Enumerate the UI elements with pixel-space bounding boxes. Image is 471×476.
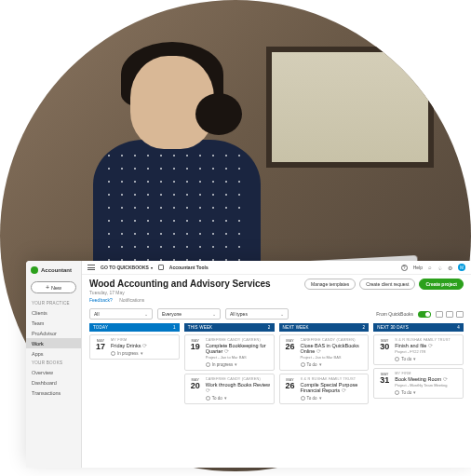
help-label[interactable]: Help — [413, 265, 423, 270]
status-icon — [301, 396, 305, 401]
project-card[interactable]: MAY31MY FIRMBook Meeting Room ⟳Project -… — [373, 368, 464, 399]
chevron-down-icon: ▾ — [151, 265, 153, 270]
search-icon[interactable]: ⌕ — [428, 265, 432, 270]
card-date: MAY17 — [93, 338, 108, 356]
card-date: MAY26 — [283, 338, 298, 367]
card-title: Complete Bookkeeping for Quarter ⟳ — [206, 343, 271, 354]
card-status[interactable]: To do ▾ — [206, 395, 271, 401]
gear-icon[interactable]: ⚙ — [448, 265, 452, 271]
card-meta: Project - Jan to Mar BAS — [206, 355, 271, 360]
card-title: Book Meeting Room ⟳ — [395, 376, 460, 382]
board-column: TODAY1MAY17MY FIRMFriday Drinks ⟳In prog… — [89, 323, 180, 404]
card-date: MAY20 — [188, 377, 203, 401]
status-icon — [206, 396, 210, 401]
toggle-label: From QuickBooks — [376, 311, 413, 317]
create-project-button[interactable]: Create project — [419, 279, 464, 290]
card-title: Compile Special Purpose Financial Report… — [301, 382, 366, 393]
help-icon[interactable]: ? — [401, 265, 408, 271]
card-date: MAY31 — [377, 372, 392, 395]
create-client-request-button[interactable]: Create client request — [359, 279, 415, 290]
sidebar-item-apps[interactable]: Apps — [26, 348, 81, 359]
from-quickbooks-toggle[interactable] — [418, 311, 431, 318]
sidebar-item-work[interactable]: Work — [26, 338, 81, 348]
quickbooks-icon — [31, 266, 38, 274]
card-client: CAREFREE CANDY (CARREN) — [206, 377, 271, 381]
app-window: Accountant + New YOUR PRACTICE Clients T… — [26, 261, 471, 468]
filter-type[interactable]: All types⌄ — [225, 308, 289, 320]
column-header: NEXT 30 DAYS4 — [373, 323, 464, 332]
notifications-icon[interactable]: ♤ — [437, 265, 442, 271]
sub-tabs: Feedback? Notifications — [89, 297, 299, 303]
main-content: GO TO QUICKBOOKS ▾ Accountant Tools ? He… — [82, 261, 471, 468]
sidebar-item-transactions[interactable]: Transactions — [26, 388, 81, 398]
project-card[interactable]: MAY20CAREFREE CANDY (CARREN)Work through… — [184, 374, 275, 404]
card-status[interactable]: In progress ▾ — [206, 361, 271, 367]
sidebar-item-proadvisor[interactable]: ProAdvisor — [26, 328, 81, 338]
sidebar-section-practice: YOUR PRACTICE — [26, 299, 81, 307]
sidebar-section-books: YOUR BOOKS — [26, 359, 81, 367]
card-status[interactable]: To do ▾ — [301, 361, 366, 367]
project-card[interactable]: MAY30S & R RUSHAK FAMILY TRUSTFinish and… — [373, 334, 464, 365]
card-title: Close BAS in QuickBooks Online ⟳ — [301, 343, 366, 354]
status-icon — [206, 362, 210, 367]
status-icon — [301, 362, 305, 367]
plus-icon: + — [46, 284, 49, 291]
card-title: Friday Drinks ⟳ — [111, 343, 176, 348]
card-status[interactable]: To do ▾ — [395, 389, 460, 395]
goto-quickbooks-link[interactable]: GO TO QUICKBOOKS ▾ — [101, 265, 153, 270]
new-button-label: New — [51, 285, 61, 291]
list-view-icon[interactable] — [446, 311, 453, 318]
card-client: S & R RUSHAK FAMILY TRUST — [395, 338, 460, 342]
board-column: NEXT 30 DAYS4MAY30S & R RUSHAK FAMILY TR… — [373, 323, 464, 404]
filter-status[interactable]: All⌄ — [89, 308, 153, 320]
card-date: MAY26 — [283, 377, 298, 401]
new-button[interactable]: + New — [31, 281, 76, 293]
accountant-tools-link[interactable]: Accountant Tools — [169, 265, 209, 270]
project-card[interactable]: MAY26CAREFREE CANDY (CARREN)Close BAS in… — [279, 334, 370, 371]
sidebar-item-dashboard[interactable]: Dashboard — [26, 377, 81, 388]
briefcase-icon — [158, 265, 164, 270]
tab-notifications[interactable]: Notifications — [119, 297, 144, 303]
column-header: THIS WEEK2 — [184, 323, 275, 332]
brand-logo: Accountant — [26, 265, 81, 279]
menu-icon[interactable] — [87, 265, 95, 270]
card-date: MAY30 — [377, 338, 392, 361]
tab-feedback[interactable]: Feedback? — [89, 297, 113, 303]
card-client: S & R RUSHAK FAMILY TRUST — [301, 377, 366, 381]
grid-view-icon[interactable] — [436, 311, 443, 318]
chevron-down-icon: ⌄ — [144, 311, 148, 317]
sidebar: Accountant + New YOUR PRACTICE Clients T… — [26, 261, 82, 468]
page-title: Wood Accounting and Advisory Services — [89, 279, 299, 289]
manage-templates-button[interactable]: Manage templates — [304, 279, 356, 290]
topbar: GO TO QUICKBOOKS ▾ Accountant Tools ? He… — [82, 261, 471, 275]
card-client: MY FIRM — [111, 338, 176, 342]
card-client: CAREFREE CANDY (CARREN) — [206, 338, 271, 342]
project-card[interactable]: MAY26S & R RUSHAK FAMILY TRUSTCompile Sp… — [279, 374, 370, 404]
status-icon — [395, 390, 399, 395]
project-card[interactable]: MAY17MY FIRMFriday Drinks ⟳In progress ▾ — [89, 334, 180, 360]
card-date: MAY19 — [188, 338, 203, 367]
sidebar-item-clients[interactable]: Clients — [26, 307, 81, 318]
card-meta: Project - Jan to Mar BAS — [301, 355, 366, 360]
calendar-view-icon[interactable] — [456, 311, 464, 318]
filter-assignee[interactable]: Everyone⌄ — [157, 308, 221, 320]
kanban-board: TODAY1MAY17MY FIRMFriday Drinks ⟳In prog… — [89, 323, 464, 404]
card-title: Finish and file ⟳ — [395, 343, 460, 348]
card-status[interactable]: In progress ▾ — [111, 350, 176, 356]
card-client: MY FIRM — [395, 372, 460, 375]
board-column: NEXT WEEK2MAY26CAREFREE CANDY (CARREN)Cl… — [279, 323, 370, 404]
column-header: NEXT WEEK2 — [279, 323, 370, 332]
card-status[interactable]: To do ▾ — [301, 395, 366, 401]
status-icon — [395, 357, 399, 361]
sidebar-item-overview[interactable]: Overview — [26, 367, 81, 377]
card-client: CAREFREE CANDY (CARREN) — [301, 338, 366, 342]
board-column: THIS WEEK2MAY19CAREFREE CANDY (CARREN)Co… — [184, 323, 275, 404]
card-title: Work through Books Review ⟳ — [206, 382, 271, 393]
brand-name: Accountant — [41, 267, 72, 273]
sidebar-item-team[interactable]: Team — [26, 318, 81, 328]
project-card[interactable]: MAY19CAREFREE CANDY (CARREN)Complete Boo… — [184, 334, 275, 371]
avatar[interactable]: M — [458, 264, 465, 271]
chevron-down-icon: ⌄ — [212, 311, 216, 317]
card-meta: Project - FY22 ITR — [395, 349, 460, 354]
card-status[interactable]: To do ▾ — [395, 356, 460, 361]
